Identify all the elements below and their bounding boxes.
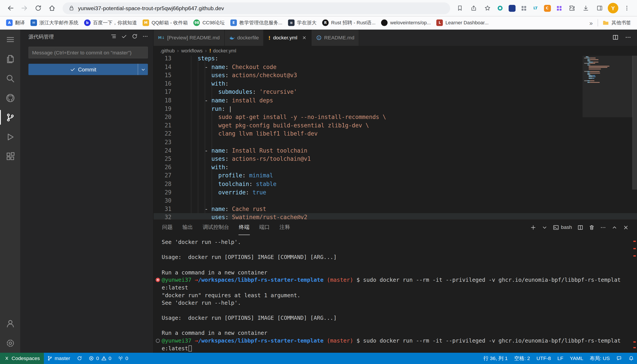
bookmark-label: 百度一下，你就知道 [93,19,137,26]
terminal-line: See 'docker run --help'. [162,299,631,306]
extensions-menu-button[interactable] [566,3,577,14]
indentation-status[interactable]: 空格: 2 [511,353,533,364]
tab-docker-yml[interactable]: !docker.yml [264,30,312,46]
side-panel-button[interactable] [594,3,605,14]
editor-more-actions-button[interactable] [625,34,631,42]
view-as-list-button[interactable] [110,34,117,41]
split-editor-button[interactable] [612,34,619,42]
panel-tab-terminal[interactable]: 终端 [238,220,250,235]
close-panel-button[interactable] [623,224,629,230]
branch-status[interactable]: master [44,353,73,364]
code-line: 13 steps: [154,56,637,62]
editor-scrollbar[interactable] [632,56,637,190]
terminal-line: Run a command in a new container [162,269,631,276]
explorer-view-button[interactable] [0,49,20,68]
minimap[interactable] [584,56,631,83]
bookmark-item[interactable]: A 翻译 [3,18,28,28]
bookmark-item[interactable]: M QQ邮箱 - 收件箱 [140,18,191,28]
panel-tab-debug-console[interactable]: 调试控制台 [202,220,229,235]
error-icon [89,356,94,361]
panel-tab-problems[interactable]: 问题 [162,220,173,235]
bookmarks-overflow-button[interactable]: » [586,19,596,26]
downloads-button[interactable] [580,3,591,14]
terminal-command-running-decoration-icon [155,338,160,344]
bookmark-item[interactable]: b 百度一下，你就知道 [81,18,140,28]
breadcrumb-item[interactable]: .github [160,48,175,54]
breadcrumb-item[interactable]: !docker.yml [209,48,236,54]
menu-button[interactable] [0,30,20,49]
source-control-view-button[interactable] [0,108,20,127]
tab-label: docker.yml [273,35,297,41]
bookmark-item[interactable]: ✉ 浙江大学邮件系统 [28,18,81,28]
eol-status[interactable]: LF [554,353,567,364]
bookmark-item[interactable]: E 教学管理信息服务... [227,18,285,28]
code-line: 31 - name: Cache rust [154,205,637,213]
home-button[interactable] [46,2,59,14]
split-terminal-button[interactable] [577,224,583,230]
bookmark-item[interactable]: R Rust 招聘 - Rust语... [320,18,379,28]
panel-tab-comments[interactable]: 注释 [279,220,290,235]
settings-button[interactable] [0,333,20,353]
panel-tab-ports[interactable]: 端口 [259,220,270,235]
extensions-view-button[interactable] [0,146,20,166]
close-tab-icon[interactable] [302,36,307,40]
bookmark-item[interactable]: weloveinterns/op... [379,18,434,28]
commit-button[interactable]: Commit [28,64,148,75]
feedback-status[interactable] [613,353,625,364]
share-button[interactable] [468,3,479,14]
github-view-button[interactable] [0,88,20,108]
favorite-button[interactable] [482,3,493,14]
extension-navy-icon[interactable] [507,4,516,12]
tab-dockerfile[interactable]: dockerfile [224,30,264,46]
new-terminal-button[interactable] [530,224,536,230]
tab-readme[interactable]: README.md [312,30,359,46]
breadcrumb-item[interactable]: workflows [181,48,203,54]
bookmark-item[interactable]: L Learner Dashboar... [434,18,491,28]
commit-message-input[interactable] [28,47,148,58]
profile-avatar[interactable]: Y [608,3,618,14]
back-button[interactable] [4,2,17,14]
refresh-button[interactable] [132,34,138,41]
bookmark-item[interactable]: 98 CC98论坛 [191,18,227,28]
bookmark-page-button[interactable] [454,3,465,14]
notifications-status[interactable] [625,353,637,364]
extension-teal-ring-icon[interactable] [496,4,504,12]
tab-preview-readme[interactable]: M↓[Preview] README.md [154,30,225,46]
bookmark-item[interactable]: ≡ 学在浙大 [285,18,320,28]
accounts-button[interactable] [0,314,20,333]
terminal-profile-select[interactable]: bash [553,224,572,230]
other-bookmarks-button[interactable]: 其他书签 [599,18,634,28]
sync-status[interactable] [74,353,85,364]
extension-gray-grid-icon[interactable] [519,4,528,12]
terminal[interactable]: See 'docker run --help'.Usage: docker ru… [154,235,637,353]
minimap-slider[interactable] [582,56,633,117]
panel-more-actions-button[interactable] [600,224,606,230]
terminal-dropdown-button[interactable] [542,224,548,230]
commit-action-button[interactable] [121,34,127,41]
extension-languagetool-icon[interactable]: LT [531,4,540,12]
language-status[interactable]: YAML [567,353,586,364]
terminal-line: See 'docker run --help'. [162,238,631,246]
kill-terminal-button[interactable] [589,224,595,230]
reload-button[interactable] [32,2,45,14]
run-debug-view-button[interactable] [0,127,20,146]
ports-status[interactable]: 0 [115,353,131,364]
problems-status[interactable]: 00 [85,353,115,364]
extension-purple-grid-icon[interactable] [554,4,563,12]
browser-menu-button[interactable] [621,3,632,14]
folder-icon [602,20,609,26]
more-actions-button[interactable] [142,34,148,41]
cursor-position-status[interactable]: 行 36, 列 1 [480,353,511,364]
search-view-button[interactable] [0,68,20,88]
commit-dropdown-button[interactable] [138,64,148,75]
encoding-status[interactable]: UTF-8 [533,353,554,364]
extension-orange-icon[interactable]: C [543,4,552,12]
maximize-panel-button[interactable] [611,224,617,230]
layout-status[interactable]: 布局: US [586,353,613,364]
markdown-icon: M↓ [158,36,165,40]
remote-indicator[interactable]: Codespaces [0,353,44,364]
address-bar[interactable]: yunwei37-potential-space-trout-rpr5qwj66… [63,2,450,14]
forward-button[interactable] [18,2,31,14]
panel-tab-output[interactable]: 输出 [182,220,193,235]
code-editor[interactable]: 13 steps: 14 - name: Checkout code 15 us… [154,56,637,219]
